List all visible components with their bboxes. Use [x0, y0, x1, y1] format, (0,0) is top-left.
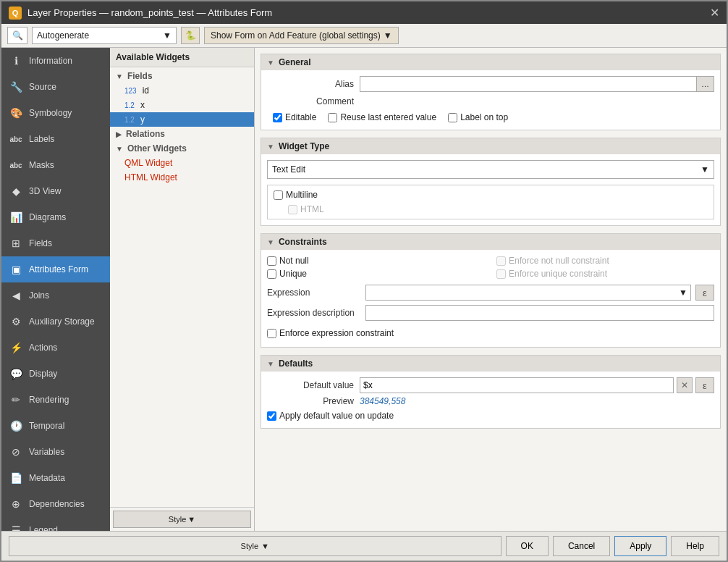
widget-type-section: ▼ Widget Type Text Edit ▼ Multiline — [261, 138, 721, 226]
label-on-top-checkbox-item[interactable]: Label on top — [448, 112, 508, 122]
options-row: Editable Reuse last entered value Label … — [267, 111, 714, 124]
enforce-unique-checkbox[interactable] — [496, 269, 506, 279]
sidebar-item-rendering[interactable]: ✏ Rendering — [1, 387, 110, 413]
reuse-checkbox-item[interactable]: Reuse last entered value — [328, 112, 436, 122]
sidebar-item-display[interactable]: 💬 Display — [1, 361, 110, 387]
defaults-header[interactable]: ▼ Defaults — [261, 356, 720, 372]
sidebar-label-rendering: Rendering — [29, 395, 69, 405]
expression-button[interactable]: ε — [695, 285, 714, 301]
joins-icon: ◀ — [9, 288, 23, 303]
constraints-section: ▼ Constraints Not null Enforce not null … — [261, 233, 721, 348]
search-icon[interactable]: 🔍 — [7, 27, 27, 44]
widget-type-value: Text Edit — [272, 164, 305, 175]
sidebar-item-diagrams[interactable]: 📊 Diagrams — [1, 204, 110, 230]
sidebar-item-dependencies[interactable]: ⊕ Dependencies — [1, 491, 110, 517]
sidebar-item-symbology[interactable]: 🎨 Symbology — [1, 100, 110, 126]
python-button[interactable]: 🐍 — [181, 27, 200, 44]
bottom-style-button[interactable]: Style ▼ — [9, 536, 501, 556]
tree-group-other-widgets[interactable]: ▼ Other Widgets — [110, 141, 254, 156]
content-area: Available Widgets ▼ Fields 123 id 1.2 — [110, 48, 727, 531]
unique-checkbox-item[interactable]: Unique — [267, 269, 485, 279]
sidebar-item-fields[interactable]: ⊞ Fields — [1, 230, 110, 256]
multiline-checkbox[interactable] — [274, 190, 283, 200]
sidebar-item-3d-view[interactable]: ◆ 3D View — [1, 178, 110, 204]
style-label: Style — [169, 515, 186, 524]
default-value-input[interactable] — [360, 377, 674, 393]
tree-label-y: y — [140, 114, 145, 125]
sidebar-item-labels[interactable]: abc Labels — [1, 126, 110, 152]
alias-btn[interactable]: … — [696, 76, 714, 92]
editable-checkbox-item[interactable]: Editable — [273, 112, 316, 122]
tree-group-fields[interactable]: ▼ Fields — [110, 69, 254, 83]
preview-row: Preview 384549,558 — [267, 396, 714, 406]
widget-type-combo[interactable]: Text Edit ▼ — [267, 160, 714, 179]
sidebar-item-temporal[interactable]: 🕐 Temporal — [1, 413, 110, 439]
tree-field-id[interactable]: 123 id — [110, 83, 254, 98]
label-on-top-checkbox[interactable] — [448, 113, 457, 122]
tree-widget-html[interactable]: HTML Widget — [110, 170, 254, 185]
left-panel: Available Widgets ▼ Fields 123 id 1.2 — [110, 48, 255, 531]
sidebar-item-legend[interactable]: ☰ Legend — [1, 517, 110, 531]
style-button[interactable]: Style ▼ — [113, 511, 251, 528]
cancel-button[interactable]: Cancel — [553, 536, 610, 556]
default-expr-button[interactable]: ε — [695, 377, 714, 393]
tree-group-relations[interactable]: ▶ Relations — [110, 127, 254, 141]
reuse-checkbox[interactable] — [328, 113, 337, 122]
sidebar-item-joins[interactable]: ◀ Joins — [1, 282, 110, 309]
widget-type-header[interactable]: ▼ Widget Type — [261, 138, 720, 154]
constraints-header[interactable]: ▼ Constraints — [261, 234, 720, 250]
sidebar-label-variables: Variables — [29, 447, 64, 457]
expression-epsilon-icon: ε — [703, 288, 707, 298]
bottom-style-arrow: ▼ — [261, 542, 269, 550]
alias-input[interactable] — [360, 76, 696, 92]
help-button[interactable]: Help — [671, 536, 719, 556]
enforce-unique-checkbox-item[interactable]: Enforce unique constraint — [496, 269, 714, 279]
field-type-y: 1.2 — [124, 116, 135, 124]
sidebar-item-information[interactable]: ℹ Information — [1, 48, 110, 74]
sidebar-label-symbology: Symbology — [29, 108, 72, 118]
expression-combo[interactable]: ▼ — [365, 285, 691, 301]
enforce-expr-checkbox-item[interactable]: Enforce expression constraint — [267, 328, 714, 338]
enforce-expr-checkbox[interactable] — [267, 329, 276, 338]
general-section-header[interactable]: ▼ General — [261, 54, 720, 70]
comment-label: Comment — [267, 96, 354, 106]
sidebar-item-source[interactable]: 🔧 Source — [1, 74, 110, 100]
multiline-checkbox-item[interactable]: Multiline — [274, 190, 708, 200]
not-null-checkbox-item[interactable]: Not null — [267, 256, 485, 266]
attributes-form-icon: ▣ — [9, 262, 23, 277]
tree-widget-qml[interactable]: QML Widget — [110, 156, 254, 170]
sidebar-item-masks[interactable]: abc Masks — [1, 152, 110, 178]
alias-btn-label: … — [701, 80, 709, 88]
sidebar-label-metadata: Metadata — [29, 473, 65, 483]
tree-field-x[interactable]: 1.2 x — [110, 98, 254, 112]
apply-update-checkbox-item[interactable]: Apply default value on update — [267, 411, 714, 421]
unique-checkbox[interactable] — [267, 269, 276, 279]
sidebar-item-metadata[interactable]: 📄 Metadata — [1, 465, 110, 491]
general-section-body: Alias … Comment — [261, 70, 720, 130]
html-checkbox[interactable] — [288, 205, 297, 214]
sidebar-item-variables[interactable]: ⊘ Variables — [1, 439, 110, 465]
ok-button[interactable]: OK — [506, 536, 549, 556]
not-null-checkbox[interactable] — [267, 256, 276, 266]
metadata-icon: 📄 — [9, 471, 23, 485]
autogenerate-combo[interactable]: Autogenerate ▼ — [32, 27, 177, 44]
enforce-not-null-checkbox-item[interactable]: Enforce not null constraint — [496, 256, 714, 266]
show-form-button[interactable]: Show Form on Add Feature (global setting… — [204, 27, 399, 44]
default-input-group: ✕ ε — [360, 377, 714, 393]
sidebar-item-actions[interactable]: ⚡ Actions — [1, 335, 110, 361]
apply-update-checkbox[interactable] — [267, 411, 276, 421]
enforce-not-null-checkbox[interactable] — [496, 256, 506, 266]
close-button[interactable]: ✕ — [710, 6, 719, 20]
expression-desc-input[interactable] — [365, 305, 714, 321]
tree-view: ▼ Fields 123 id 1.2 x 1.2 — [110, 67, 254, 507]
sidebar-item-auxiliary-storage[interactable]: ⚙ Auxiliary Storage — [1, 309, 110, 335]
collapse-icon-relations: ▶ — [116, 130, 122, 138]
expression-desc-row: Expression description — [267, 305, 714, 321]
sidebar-label-diagrams: Diagrams — [29, 212, 66, 222]
default-clear-button[interactable]: ✕ — [677, 377, 693, 393]
apply-button[interactable]: Apply — [614, 536, 666, 556]
sidebar-item-attributes-form[interactable]: ▣ Attributes Form — [1, 256, 110, 282]
temporal-icon: 🕐 — [9, 419, 23, 433]
editable-checkbox[interactable] — [273, 113, 282, 122]
tree-field-y[interactable]: 1.2 y — [110, 112, 254, 127]
